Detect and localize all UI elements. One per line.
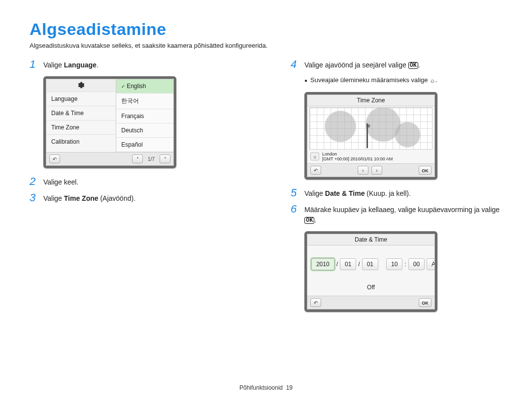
- separator: /: [336, 261, 338, 268]
- gear-icon: [78, 82, 85, 89]
- ok-button[interactable]: OK: [419, 166, 432, 175]
- ok-icon: OK: [408, 62, 418, 69]
- footer-section: Põhifunktsioonid: [239, 384, 283, 391]
- year-field[interactable]: 2010: [311, 258, 334, 270]
- step5-suffix: (Kuup. ja kell).: [365, 189, 410, 197]
- dst-icon: ☼: [430, 77, 435, 84]
- settings-menu: Language Date & Time Time Zone Calibrati…: [46, 79, 116, 152]
- step6-line: Määrake kuupäev ja kellaaeg, valige kuup…: [304, 206, 499, 214]
- step3-bold: Time Zone: [64, 194, 99, 202]
- step1-prefix: Valige: [43, 61, 64, 69]
- date-format-field[interactable]: Off: [307, 281, 434, 296]
- step5-prefix: Valige: [304, 189, 325, 197]
- page-up-button[interactable]: ˄: [132, 154, 143, 163]
- step-3: 3 Valige Time Zone (Ajavöönd).: [30, 193, 241, 204]
- language-option-french[interactable]: Français: [116, 109, 173, 123]
- pager-label: 1/7: [146, 156, 157, 162]
- ok-icon: OK: [304, 217, 314, 224]
- footer-page-number: 19: [286, 384, 293, 391]
- bullet-icon: ●: [304, 76, 307, 85]
- hour-field[interactable]: 10: [386, 258, 402, 270]
- step1-bold: Language: [64, 61, 97, 69]
- step-2: 2 Valige keel.: [30, 177, 241, 187]
- step-number: 3: [30, 192, 38, 203]
- back-button[interactable]: ↶: [310, 166, 321, 175]
- datetime-toolbar: ↶ OK: [307, 296, 434, 309]
- day-field[interactable]: 01: [362, 258, 378, 270]
- step-4: 4 Valige ajavöönd ja seejärel valige OK.: [291, 60, 502, 70]
- page-footer: Põhifunktsioonid 19: [0, 384, 532, 391]
- step4-suffix: .: [418, 61, 420, 69]
- note4-suffix: .: [435, 76, 437, 84]
- note4-prefix: Suveajale ülemineku määramiseks valige: [310, 76, 430, 84]
- step-number: 6: [291, 204, 299, 215]
- prev-button[interactable]: ‹: [358, 166, 368, 175]
- next-button[interactable]: ›: [371, 166, 382, 175]
- step-number: 5: [291, 187, 299, 198]
- timezone-city: London: [322, 152, 393, 156]
- language-option-korean[interactable]: 한국어: [116, 93, 173, 109]
- value-down-button[interactable]: ˅: [307, 271, 307, 280]
- language-option-spanish[interactable]: Español: [116, 138, 173, 152]
- language-toolbar: ↶ ˄ 1/7 ˅: [46, 152, 173, 165]
- step2-text: Valige keel.: [43, 177, 241, 187]
- settings-header: [46, 79, 116, 92]
- language-screen: Language Date & Time Time Zone Calibrati…: [43, 76, 176, 168]
- timezone-marker: [366, 123, 368, 148]
- value-up-button[interactable]: ˄: [307, 248, 307, 257]
- step4-prefix: Valige ajavöönd ja seejärel valige: [304, 61, 408, 69]
- back-button[interactable]: ↶: [49, 154, 60, 163]
- step-number: 4: [291, 59, 299, 70]
- page-down-button[interactable]: ˅: [160, 154, 170, 163]
- datetime-title: Date & Time: [307, 234, 434, 246]
- ampm-field[interactable]: AM: [427, 258, 435, 270]
- step6-suffix: .: [314, 216, 316, 224]
- menu-item-time-zone[interactable]: Time Zone: [46, 121, 116, 135]
- timezone-detail: [GMT +00:00] 2010/01/01 10:00 AM: [322, 156, 393, 161]
- back-button[interactable]: ↶: [310, 298, 321, 307]
- step-1: 1 Valige Language.: [30, 60, 241, 70]
- step-number: 1: [30, 59, 38, 70]
- step3-prefix: Valige: [43, 194, 64, 202]
- language-option-english[interactable]: English: [116, 79, 173, 93]
- minute-field[interactable]: 00: [408, 258, 425, 270]
- timezone-info: ☼ London [GMT +00:00] 2010/01/01 10:00 A…: [307, 151, 434, 163]
- ok-button[interactable]: OK: [419, 298, 432, 307]
- intro-text: Algseadistuskuva kuvatakse selleks, et s…: [30, 42, 502, 49]
- language-option-german[interactable]: Deutsch: [116, 123, 173, 138]
- datetime-screen: Date & Time ˄ ˅ 2010 / 01 / 01: [304, 231, 437, 312]
- menu-item-date-time[interactable]: Date & Time: [46, 106, 116, 121]
- step5-bold: Date & Time: [325, 189, 365, 197]
- menu-item-language[interactable]: Language: [46, 92, 116, 106]
- step-5: 5 Valige Date & Time (Kuup. ja kell).: [291, 188, 502, 199]
- page-title: Algseadistamine: [30, 20, 502, 39]
- step1-suffix: .: [97, 61, 99, 69]
- separator: /: [358, 261, 360, 268]
- timezone-toolbar: ↶ ‹ › OK: [307, 163, 434, 177]
- month-field[interactable]: 01: [340, 258, 356, 270]
- timezone-title: Time Zone: [307, 95, 434, 106]
- step-number: 2: [30, 176, 38, 187]
- step-4-note: ● Suveajale ülemineku määramiseks valige…: [304, 76, 502, 85]
- menu-item-calibration[interactable]: Calibration: [46, 135, 116, 149]
- timezone-screen: Time Zone ☼ London [GMT +00:00] 2010/01/…: [304, 92, 437, 180]
- step-6: 6 Määrake kuupäev ja kellaaeg, valige ku…: [291, 205, 502, 225]
- step3-suffix: (Ajavöönd).: [99, 194, 135, 202]
- dst-toggle[interactable]: ☼: [310, 153, 319, 160]
- world-map[interactable]: [309, 107, 432, 150]
- language-options: English 한국어 Français Deutsch Español: [116, 79, 173, 152]
- separator: :: [404, 261, 406, 268]
